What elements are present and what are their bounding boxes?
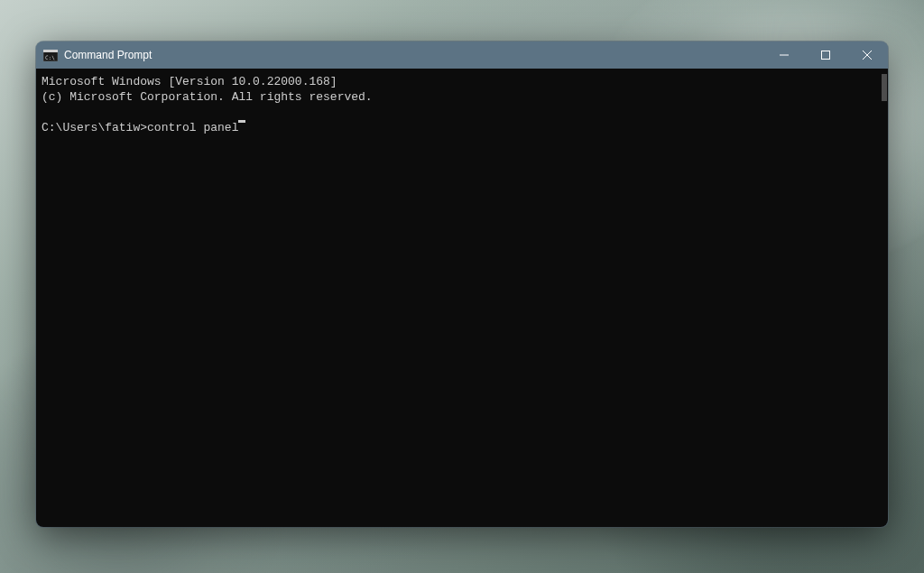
terminal-prompt: C:\Users\fatiw>	[42, 120, 147, 135]
minimize-button[interactable]	[763, 42, 805, 69]
command-prompt-icon: C:\	[43, 49, 58, 61]
window-controls	[763, 42, 888, 69]
command-prompt-window: C:\ Command Prompt Mi	[36, 42, 888, 527]
titlebar[interactable]: C:\ Command Prompt	[36, 42, 888, 69]
cursor	[238, 120, 245, 123]
scrollbar-thumb[interactable]	[882, 74, 887, 101]
terminal-content-area[interactable]: Microsoft Windows [Version 10.0.22000.16…	[36, 69, 888, 527]
terminal-prompt-line: C:\Users\fatiw>control panel	[42, 120, 882, 135]
window-title: Command Prompt	[64, 49, 152, 61]
svg-rect-4	[822, 51, 830, 60]
maximize-button[interactable]	[805, 42, 846, 69]
terminal-output-line: (c) Microsoft Corporation. All rights re…	[42, 89, 882, 105]
svg-rect-1	[43, 50, 58, 52]
svg-text:C:\: C:\	[45, 53, 55, 60]
terminal-command-input[interactable]: control panel	[147, 120, 238, 135]
close-button[interactable]	[846, 42, 888, 69]
terminal-blank-line	[42, 105, 882, 120]
terminal-output-line: Microsoft Windows [Version 10.0.22000.16…	[42, 74, 882, 89]
